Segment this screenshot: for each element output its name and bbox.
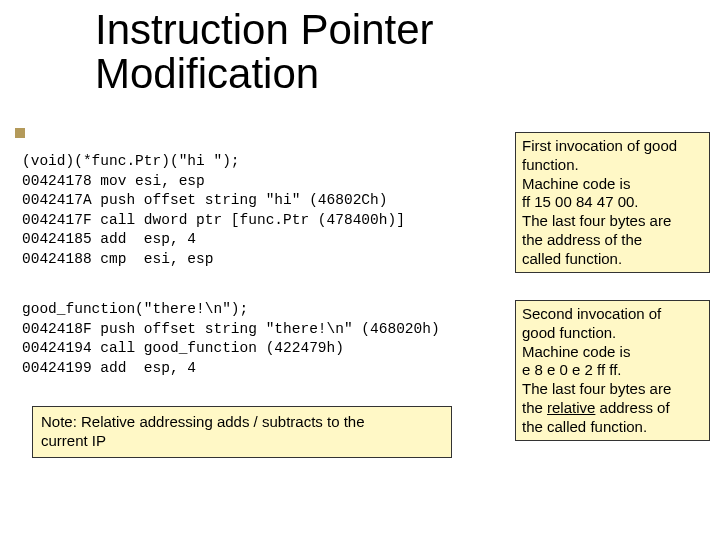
title-line-1: Instruction Pointer [95,6,434,53]
annot2-line: good function. [522,324,616,341]
annotation-box-2: Second invocation of good function. Mach… [515,300,710,441]
code-block-1: (void)(*func.Ptr)("hi "); 00424178 mov e… [22,152,405,269]
annot1-line: Machine code is [522,175,630,192]
annot3-line: Note: Relative addressing adds / subtrac… [41,413,365,430]
annot2-line: the called function. [522,418,647,435]
code-block-2: good_function("there!\n"); 0042418F push… [22,300,440,378]
bullet-marker [15,128,25,138]
annot3-line: current IP [41,432,106,449]
annot2-line: Machine code is [522,343,630,360]
annot1-line: called function. [522,250,622,267]
annot2-line: the [522,399,547,416]
slide-title: Instruction Pointer Modification [95,8,434,96]
annot1-line: The last four bytes are [522,212,671,229]
annot1-line: function. [522,156,579,173]
annotation-box-3: Note: Relative addressing adds / subtrac… [32,406,452,458]
annot1-line: ff 15 00 84 47 00. [522,193,639,210]
annot1-line: the address of the [522,231,642,248]
annotation-box-1: First invocation of good function. Machi… [515,132,710,273]
annot2-line: The last four bytes are [522,380,671,397]
annot2-line: address of [595,399,669,416]
annot2-line: e 8 e 0 e 2 ff ff. [522,361,622,378]
annot2-relative-underline: relative [547,399,595,416]
annot2-line: Second invocation of [522,305,661,322]
annot1-line: First invocation of good [522,137,677,154]
title-line-2: Modification [95,50,319,97]
